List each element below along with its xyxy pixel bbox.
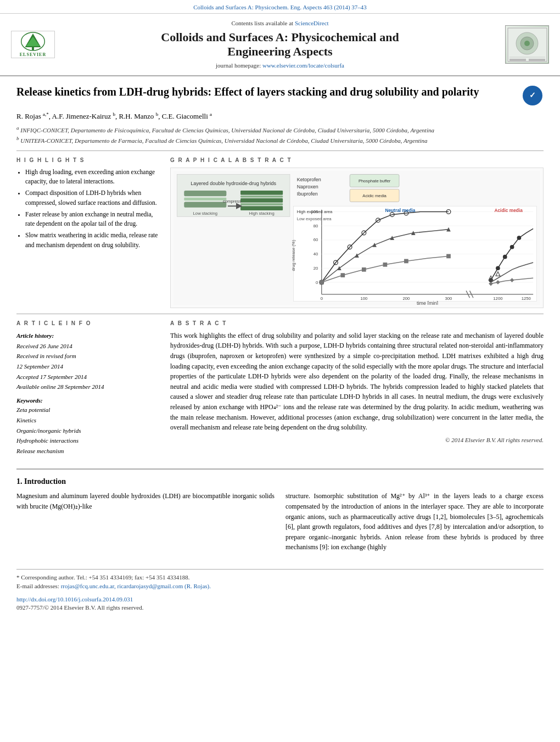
- article-title-section: Release kinetics from LDH-drug hybrids: …: [16, 85, 544, 107]
- svg-text:time [min]: time [min]: [417, 300, 438, 305]
- svg-rect-79: [404, 259, 408, 263]
- highlight-1: High drug loading, even exceeding anion …: [25, 168, 159, 187]
- svg-text:20: 20: [313, 266, 318, 271]
- svg-text:200: 200: [403, 296, 410, 301]
- svg-rect-78: [383, 263, 388, 267]
- abstract-text: This work highlights the effect of drug …: [170, 331, 544, 433]
- svg-text:300: 300: [445, 296, 452, 301]
- article-content: Release kinetics from LDH-drug hybrids: …: [0, 76, 560, 621]
- graphical-abstract-box: Layered double hydroxide-drug hybrids Lo…: [170, 168, 544, 308]
- divider-1: [16, 150, 544, 151]
- elsevier-logo-area: ELSEVIER: [11, 31, 60, 58]
- svg-rect-75: [320, 280, 324, 284]
- intro-columns: Magnesium and aluminum layered double hy…: [16, 491, 544, 553]
- accepted-date: Accepted 17 September 2014: [16, 372, 159, 382]
- corresponding-note: * Corresponding author. Tel.: +54 351 43…: [16, 573, 544, 582]
- introduction-section: 1. Introduction Magnesium and aluminum l…: [16, 476, 544, 553]
- svg-text:Layered double hydroxide-drug : Layered double hydroxide-drug hybrids: [191, 180, 276, 186]
- abstract-label: A B S T R A C T: [170, 320, 544, 327]
- keyword-3: Organic/inorganic hybrids: [16, 426, 159, 436]
- history-label: Article history:: [16, 331, 159, 341]
- svg-rect-11: [509, 59, 526, 61]
- svg-text:80: 80: [313, 224, 318, 228]
- contents-line: Contents lists available at ScienceDirec…: [66, 19, 494, 27]
- keyword-5: Release mechanism: [16, 446, 159, 456]
- highlight-3: Faster release by anion exchange in neut…: [25, 210, 159, 229]
- journal-thumbnail: [505, 25, 549, 64]
- svg-text:0: 0: [316, 280, 318, 284]
- svg-rect-23: [240, 203, 283, 205]
- svg-rect-76: [340, 273, 345, 277]
- affiliation-b: b UNITEFA-CONICET, Departamento de Farma…: [16, 135, 544, 145]
- copyright: © 2014 Elsevier B.V. All rights reserved…: [170, 436, 544, 444]
- doi-link[interactable]: http://dx.doi.org/10.1016/j.colsurfa.201…: [16, 596, 133, 602]
- svg-text:1200: 1200: [493, 296, 502, 301]
- affiliation-a: a INFIQC-CONICET, Departamento de Fisico…: [16, 125, 544, 135]
- elsevier-text: ELSEVIER: [20, 52, 46, 58]
- elsevier-logo: ELSEVIER: [11, 31, 55, 58]
- svg-text:Acidic media: Acidic media: [362, 193, 387, 198]
- highlight-4: Slow matrix weathering in acidic media, …: [25, 231, 159, 250]
- highlights-ga-row: H I G H L I G H T S High drug loading, e…: [16, 157, 544, 308]
- article-title: Release kinetics from LDH-drug hybrids: …: [16, 85, 516, 99]
- keywords-list: Zeta potential Kinetics Organic/inorgani…: [16, 405, 159, 456]
- right-logo-area: [500, 25, 549, 64]
- svg-text:Naproxen: Naproxen: [297, 184, 318, 189]
- svg-text:drug release (%): drug release (%): [291, 239, 296, 271]
- highlights-label: H I G H L I G H T S: [16, 157, 159, 164]
- svg-text:Ketoprofen: Ketoprofen: [297, 177, 321, 182]
- journal-header: ELSEVIER Contents lists available at Sci…: [0, 14, 560, 76]
- svg-text:Low exposed area: Low exposed area: [297, 216, 332, 221]
- svg-text:60: 60: [313, 237, 318, 242]
- svg-text:High stacking: High stacking: [249, 210, 275, 215]
- keyword-4: Hydrophobic interactions: [16, 436, 159, 446]
- email-note: E-mail addresses: rrojas@fcq.unc.edu.ar,…: [16, 582, 544, 591]
- highlights-section: H I G H L I G H T S High drug loading, e…: [16, 157, 159, 308]
- revised-date: 12 September 2014: [16, 361, 159, 372]
- svg-point-9: [524, 41, 530, 46]
- svg-text:Neutral media: Neutral media: [385, 207, 415, 213]
- intro-left-col: Magnesium and aluminum layered double hy…: [16, 491, 275, 553]
- svg-text:Ibuprofen: Ibuprofen: [297, 191, 318, 197]
- intro-left-text: Magnesium and aluminum layered double hy…: [16, 491, 275, 511]
- authors: R. Rojas a,*, A.F. Jimenez-Kairuz b, R.H…: [16, 111, 544, 122]
- keyword-2: Kinetics: [16, 415, 159, 426]
- highlights-list: High drug loading, even exceeding anion …: [16, 168, 159, 250]
- revised-label: Received in revised form: [16, 351, 159, 361]
- keyword-1: Zeta potential: [16, 405, 159, 415]
- available-date: Available online 28 September 2014: [16, 382, 159, 392]
- svg-text:Phosphate buffer: Phosphate buffer: [359, 178, 391, 183]
- highlight-2: Compact disposition of LDH-D hybrids whe…: [25, 188, 159, 208]
- svg-text:40: 40: [313, 252, 318, 256]
- doi-line: http://dx.doi.org/10.1016/j.colsurfa.201…: [16, 595, 544, 604]
- received-date: Received 26 June 2014: [16, 341, 159, 352]
- svg-rect-21: [240, 196, 283, 198]
- svg-rect-77: [362, 267, 366, 272]
- article-history: Article history: Received 26 June 2014 R…: [16, 331, 159, 392]
- keywords-label: Keywords:: [16, 397, 159, 405]
- homepage-line: journal homepage: www.elsevier.com/locat…: [66, 62, 494, 70]
- svg-point-85: [517, 236, 522, 240]
- graphical-abstract-section: G R A P H I C A L A B S T R A C T Layere…: [170, 157, 544, 308]
- top-bar: Colloids and Surfaces A: Physicochem. En…: [0, 0, 560, 14]
- main-divider: [16, 468, 544, 470]
- homepage-url[interactable]: www.elsevier.com/locate/colsurfa: [262, 62, 344, 69]
- email-links[interactable]: rrojas@fcq.unc.edu.ar, ricardarojasyd@gm…: [61, 583, 211, 589]
- intro-title: 1. Introduction: [16, 476, 544, 487]
- journal-title: Colloids and Surfaces A: Physicochemical…: [66, 30, 494, 59]
- svg-text:compress: compress: [223, 199, 241, 204]
- info-abstract-row: A R T I C L E I N F O Article history: R…: [16, 320, 544, 462]
- svg-text:1250: 1250: [522, 296, 531, 301]
- svg-point-84: [510, 245, 514, 249]
- intro-right-col: structure. Isomorphic substitution of Mg…: [285, 491, 544, 553]
- svg-text:0: 0: [321, 296, 323, 301]
- crossmark-icon: ✓: [523, 86, 542, 105]
- keywords-section: Keywords: Zeta potential Kinetics Organi…: [16, 397, 159, 456]
- crossmark-badge: ✓: [522, 85, 544, 107]
- sciencedirect-link[interactable]: ScienceDirect: [295, 20, 329, 26]
- svg-text:Low stacking: Low stacking: [193, 210, 217, 215]
- footnote-section: * Corresponding author. Tel.: +54 351 43…: [16, 569, 544, 612]
- ga-label: G R A P H I C A L A B S T R A C T: [170, 157, 544, 164]
- svg-rect-12: [529, 59, 545, 61]
- svg-rect-80: [446, 254, 451, 258]
